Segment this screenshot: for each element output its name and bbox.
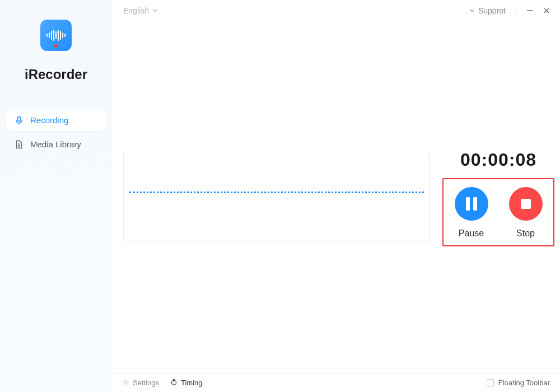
document-icon — [15, 140, 24, 149]
microphone-icon — [15, 116, 24, 125]
gear-icon — [122, 379, 129, 388]
titlebar: English Supprot — [112, 0, 560, 21]
sidebar-item-label: Media Library — [30, 139, 81, 149]
pause-button[interactable]: Pause — [455, 187, 488, 239]
stop-label: Stop — [516, 228, 535, 239]
recording-timer: 00:00:08 — [442, 150, 554, 170]
svg-point-6 — [125, 381, 127, 383]
stop-icon — [509, 187, 543, 221]
sidebar: iRecorder Recording Media Lib — [0, 0, 112, 392]
sidebar-item-media-library[interactable]: Media Library — [6, 133, 106, 155]
waveform-line — [129, 192, 424, 193]
chevron-down-icon — [152, 8, 158, 13]
pause-icon — [455, 187, 488, 221]
support-dropdown[interactable]: Supprot — [469, 6, 506, 15]
app-logo — [40, 20, 72, 51]
support-label: Supprot — [478, 6, 506, 15]
settings-button[interactable]: Settings — [122, 379, 159, 388]
close-button[interactable] — [543, 7, 550, 14]
pause-label: Pause — [459, 228, 484, 239]
timing-button[interactable]: Timing — [170, 379, 203, 388]
sidebar-item-label: Recording — [30, 115, 68, 125]
settings-label: Settings — [133, 379, 159, 387]
svg-rect-0 — [18, 116, 21, 121]
statusbar: Settings Timing Floating Toolbar — [112, 373, 560, 392]
sidebar-nav: Recording Media Library — [0, 109, 112, 157]
divider — [516, 6, 516, 15]
recording-panel: 00:00:08 Pause Stop — [442, 150, 554, 246]
minimize-button[interactable] — [526, 7, 533, 14]
floating-toolbar-label: Floating Toolbar — [498, 379, 550, 387]
language-label: English — [123, 6, 149, 15]
recording-controls-highlight: Pause Stop — [442, 178, 554, 246]
content-area: 00:00:08 Pause Stop — [112, 21, 560, 373]
main-panel: English Supprot — [112, 0, 560, 392]
stopwatch-icon — [170, 379, 178, 388]
sidebar-item-recording[interactable]: Recording — [6, 109, 106, 131]
chevron-down-icon — [469, 8, 475, 13]
timing-label: Timing — [181, 379, 203, 387]
language-dropdown[interactable]: English — [123, 6, 158, 15]
app-name: iRecorder — [25, 67, 87, 82]
checkbox-icon — [487, 379, 494, 386]
stop-button[interactable]: Stop — [509, 187, 543, 239]
waveform-panel — [123, 152, 430, 241]
floating-toolbar-toggle[interactable]: Floating Toolbar — [487, 379, 550, 387]
